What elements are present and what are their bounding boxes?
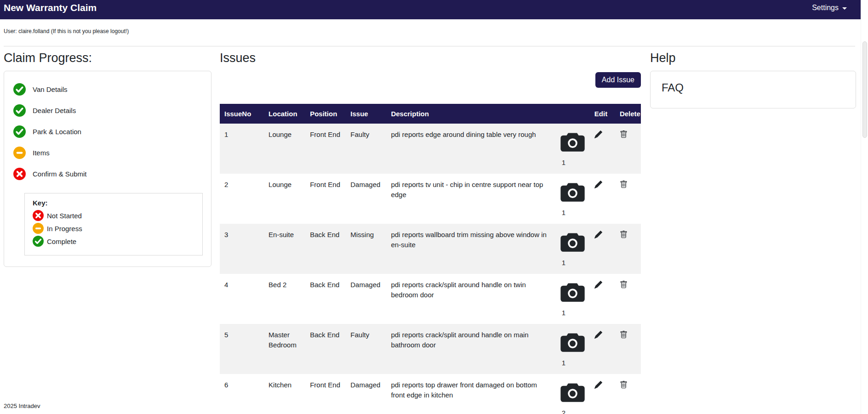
delete-trash-icon[interactable] xyxy=(620,331,628,339)
cell-edit xyxy=(590,274,615,324)
cell-delete xyxy=(615,224,641,274)
delete-trash-icon[interactable] xyxy=(620,181,628,188)
cell-issue: Faulty xyxy=(346,124,386,174)
faq-accordion-item[interactable]: FAQ xyxy=(662,81,845,94)
status-icon xyxy=(13,147,26,159)
key-items: Not Started In Progress Complete xyxy=(33,210,198,247)
camera-icon xyxy=(560,148,585,156)
table-row: 5 Master Bedroom Back End Faulty pdi rep… xyxy=(220,324,641,374)
cell-position: Back End xyxy=(305,324,346,374)
content: Claim Progress: Van Details Dealer Detai… xyxy=(0,46,861,414)
cell-edit xyxy=(590,324,615,374)
status-icon xyxy=(33,223,44,234)
status-icon xyxy=(33,236,44,247)
edit-pencil-icon[interactable] xyxy=(594,331,602,339)
cell-position: Front End xyxy=(305,174,346,224)
cell-description: pdi reports tv unit - chip in centre sup… xyxy=(386,174,555,224)
edit-pencil-icon[interactable] xyxy=(594,281,602,289)
vertical-scrollbar[interactable] xyxy=(861,0,868,414)
camera-icon xyxy=(560,249,585,256)
cell-edit xyxy=(590,174,615,224)
delete-trash-icon[interactable] xyxy=(620,231,628,238)
cell-issue: Missing xyxy=(346,224,386,274)
progress-step-label: Dealer Details xyxy=(33,107,76,114)
header-issue: Issue xyxy=(346,104,386,124)
status-icon xyxy=(13,125,26,138)
edit-pencil-icon[interactable] xyxy=(594,381,602,389)
cell-issueno: 1 xyxy=(220,124,264,174)
header-description: Description xyxy=(386,104,555,124)
cell-edit xyxy=(590,224,615,274)
photo-count: 2 xyxy=(562,409,565,414)
photo-count: 1 xyxy=(562,209,565,216)
cell-photos: 1 xyxy=(555,324,590,374)
edit-pencil-icon[interactable] xyxy=(594,181,602,188)
issues-toolbar: Add Issue xyxy=(220,72,641,88)
footer-text: 2025 Intradev xyxy=(4,403,40,409)
key-item-label: Not Started xyxy=(47,212,82,220)
cell-description: pdi reports crack/split around handle on… xyxy=(386,324,555,374)
photo-count: 1 xyxy=(562,309,565,317)
key-item-label: In Progress xyxy=(47,225,82,233)
key-item: Not Started xyxy=(33,210,198,221)
delete-trash-icon[interactable] xyxy=(620,281,628,289)
cell-edit xyxy=(590,124,615,174)
claim-progress-card: Van Details Dealer Details Park & Locati… xyxy=(4,71,211,267)
cell-issueno: 4 xyxy=(220,274,264,324)
progress-step-label: Park & Location xyxy=(33,128,81,136)
cell-position: Front End xyxy=(305,374,346,414)
progress-step: Confirm & Submit xyxy=(13,168,204,180)
progress-step: Park & Location xyxy=(13,125,204,138)
faq-card: FAQ xyxy=(650,71,856,108)
cell-delete xyxy=(615,324,641,374)
cell-photos: 1 xyxy=(555,274,590,324)
help-column: Help FAQ xyxy=(645,46,861,108)
progress-step-label: Items xyxy=(33,149,50,157)
issues-column: Issues Add Issue IssueNo Location Positi… xyxy=(215,46,645,414)
camera-icon xyxy=(560,399,585,407)
header-location: Location xyxy=(264,104,305,124)
table-row: 4 Bed 2 Back End Damaged pdi reports cra… xyxy=(220,274,641,324)
edit-pencil-icon[interactable] xyxy=(594,130,602,138)
issues-heading: Issues xyxy=(220,51,641,65)
cell-position: Back End xyxy=(305,224,346,274)
settings-dropdown[interactable]: Settings xyxy=(812,4,847,12)
cell-photos: 1 xyxy=(555,174,590,224)
delete-trash-icon[interactable] xyxy=(620,381,628,389)
page-title: New Warranty Claim xyxy=(4,2,97,13)
cell-issue: Damaged xyxy=(346,374,386,414)
add-issue-button[interactable]: Add Issue xyxy=(595,72,641,88)
cell-photos: 1 xyxy=(555,124,590,174)
cell-location: Lounge xyxy=(264,174,305,224)
cell-description: pdi reports edge around dining table ver… xyxy=(386,124,555,174)
key-box: Key: Not Started In Progress Complete xyxy=(24,193,203,255)
table-row: 3 En-suite Back End Missing pdi reports … xyxy=(220,224,641,274)
edit-pencil-icon[interactable] xyxy=(594,231,602,238)
photo-count: 1 xyxy=(562,359,565,367)
cell-position: Back End xyxy=(305,274,346,324)
photo-count: 1 xyxy=(562,259,565,267)
settings-dropdown-label: Settings xyxy=(812,4,839,12)
claim-progress-heading: Claim Progress: xyxy=(4,51,211,65)
delete-trash-icon[interactable] xyxy=(620,130,628,138)
cell-delete xyxy=(615,374,641,414)
cell-delete xyxy=(615,174,641,224)
status-icon xyxy=(13,168,26,180)
camera-icon xyxy=(560,299,585,306)
progress-step: Van Details xyxy=(13,83,204,96)
cell-location: En-suite xyxy=(264,224,305,274)
table-row: 2 Lounge Front End Damaged pdi reports t… xyxy=(220,174,641,224)
cell-position: Front End xyxy=(305,124,346,174)
issues-table: IssueNo Location Position Issue Descript… xyxy=(220,104,641,414)
progress-step-label: Van Details xyxy=(33,85,68,93)
photo-count: 1 xyxy=(562,159,565,166)
header-delete: Delete xyxy=(615,104,641,124)
scrollbar-thumb[interactable] xyxy=(862,41,867,138)
cell-edit xyxy=(590,374,615,414)
cell-photos: 2 xyxy=(555,374,590,414)
header-position: Position xyxy=(305,104,346,124)
table-row: 1 Lounge Front End Faulty pdi reports ed… xyxy=(220,124,641,174)
status-icon xyxy=(33,210,44,221)
cell-location: Lounge xyxy=(264,124,305,174)
cell-issue: Faulty xyxy=(346,324,386,374)
